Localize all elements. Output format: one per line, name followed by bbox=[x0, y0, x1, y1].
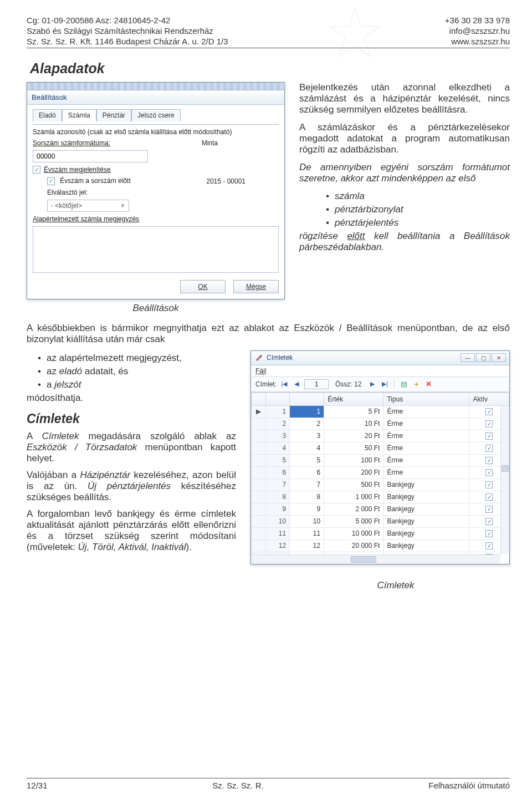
bullet-elado: az eladó adatait, és bbox=[32, 366, 236, 377]
chevron-down-icon: ▼ bbox=[120, 203, 125, 208]
checkbox-active[interactable]: ✓ bbox=[485, 530, 493, 537]
left-p3: A forgalomban levő bankjegy és érme címl… bbox=[27, 508, 236, 553]
table-row[interactable]: 10105 000 FtBankjegy✓ bbox=[252, 515, 509, 527]
nav-last-icon[interactable]: ▶| bbox=[380, 380, 389, 388]
col-ertek[interactable]: Érték bbox=[324, 393, 383, 405]
nav-counter[interactable]: 1 bbox=[304, 379, 329, 389]
tab-elado[interactable]: Eladó bbox=[33, 109, 62, 121]
section-title-cimletek: Címletek bbox=[27, 411, 236, 426]
bullet-penztarbizonylat: pénztárbizonylat bbox=[320, 204, 510, 215]
hdr-right-1: +36 30 28 33 978 bbox=[445, 16, 510, 26]
hint-text: Számla azonosító (csak az első számla ki… bbox=[33, 128, 232, 136]
table-row[interactable]: 3320 FtÉrme✓ bbox=[252, 430, 509, 442]
checkbox-active[interactable]: ✓ bbox=[485, 506, 493, 513]
table-row[interactable]: 111110 000 FtBankjegy✓ bbox=[252, 527, 509, 540]
table-row[interactable]: ▶115 FtÉrme✓ bbox=[252, 405, 509, 418]
table-row[interactable]: 121220 000 FtBankjegy✓ bbox=[252, 540, 509, 552]
col-aktiv[interactable]: Aktív bbox=[469, 393, 509, 405]
tabs: Eladó Számla Pénztár Jelszó csere bbox=[33, 109, 279, 121]
app-icon bbox=[255, 354, 263, 362]
bullet-megjegyzes: az alapértelmezett megjegyzést, bbox=[32, 353, 236, 364]
table-row[interactable]: 4450 FtÉrme✓ bbox=[252, 442, 509, 454]
checkbox-active[interactable]: ✓ bbox=[485, 432, 493, 440]
left-p1: A Címletek megadására szolgáló ablak az … bbox=[27, 431, 236, 464]
maximize-button[interactable]: ▢ bbox=[476, 353, 490, 362]
table-row[interactable]: 66200 FtÉrme✓ bbox=[252, 466, 509, 479]
textarea-megjegyzes[interactable] bbox=[33, 226, 279, 273]
toolbar-label: Címlet: bbox=[255, 380, 277, 388]
page-footer: 12/31 Sz. Sz. Sz. R. Felhasználói útmuta… bbox=[27, 778, 510, 790]
input-sorszam[interactable] bbox=[33, 150, 148, 162]
dialog-titlebar[interactable]: Beállítások bbox=[27, 90, 284, 105]
hdr-left-1: Cg: 01-09-200586 Asz: 24810645-2-42 bbox=[27, 16, 228, 26]
combo-value: - <kötőjel> bbox=[51, 202, 82, 210]
checkbox-evszam[interactable]: ✓ bbox=[33, 166, 40, 174]
col-tipus[interactable]: Tipus bbox=[383, 393, 469, 405]
para-intro-2: A számlázáskor és a pénztár­kezelésekor … bbox=[299, 122, 510, 155]
lbl-evszam: Évszám megjelenítése bbox=[44, 166, 111, 174]
bullet-szamla: számla bbox=[320, 191, 510, 202]
toolbar: Címlet: |◀ ◀ 1 Össz: 12 ▶ ▶| ▤ ＋ ✕ bbox=[251, 377, 509, 392]
footer-left: 12/31 bbox=[27, 781, 48, 790]
lbl-elvalaszto: Elválasztó jel: bbox=[47, 189, 88, 196]
nav-total: Össz: 12 bbox=[335, 380, 361, 388]
vertical-scrollbar[interactable] bbox=[500, 406, 509, 554]
table-row[interactable]: 881 000 FtBankjegy✓ bbox=[252, 491, 509, 503]
checkbox-active[interactable]: ✓ bbox=[485, 445, 493, 452]
close-button[interactable]: ✕ bbox=[492, 353, 506, 362]
dialog-beallitasok: Beállítások Eladó Számla Pénztár Jelszó … bbox=[27, 82, 285, 299]
tab-szamla[interactable]: Számla bbox=[62, 109, 96, 121]
left-p2: Valójában a Házipénztár kezeléséhez, azo… bbox=[27, 470, 236, 503]
hdr-left-3: Sz. Sz. Sz. R. Kft. 1146 Budapest Cházár… bbox=[27, 37, 228, 47]
table-row[interactable]: 55100 FtÉrme✓ bbox=[252, 454, 509, 466]
para-intro-3b: rögzítése előtt kell beállítania a Beáll… bbox=[299, 231, 510, 253]
checkbox-active[interactable]: ✓ bbox=[485, 420, 493, 428]
hdr-left-2: Szabó és Szilágyi Számítástechnikai Rend… bbox=[27, 26, 228, 37]
checkbox-active[interactable]: ✓ bbox=[485, 457, 493, 464]
delete-icon[interactable]: ✕ bbox=[424, 380, 433, 389]
footer-right: Felhasználói útmutató bbox=[428, 781, 510, 790]
hdr-right-2: info@szszszr.hu bbox=[445, 26, 510, 37]
ok-button[interactable]: OK bbox=[180, 280, 226, 293]
table-row[interactable]: 992 000 FtBankjegy✓ bbox=[252, 503, 509, 515]
dialog-blur-stripe bbox=[27, 83, 285, 90]
dialog-title-text: Beállítások bbox=[32, 93, 67, 101]
lbl-megjegyzes: Alapértelmezett számla megjegyzés bbox=[33, 215, 139, 223]
checkbox-active[interactable]: ✓ bbox=[485, 542, 493, 549]
bullet-list-2: az alapértelmezett megjegyzést, az eladó… bbox=[32, 353, 236, 390]
table-row[interactable]: 77500 FtBankjegy✓ bbox=[252, 479, 509, 491]
horizontal-scrollbar[interactable] bbox=[251, 554, 500, 564]
page-header: Cg: 01-09-200586 Asz: 24810645-2-42 Szab… bbox=[27, 16, 510, 48]
menu-bar[interactable]: Fájl bbox=[251, 365, 509, 377]
checkbox-evszam-sorszam[interactable]: ✓ bbox=[47, 177, 55, 185]
tab-jelszo[interactable]: Jelszó csere bbox=[131, 109, 181, 121]
checkbox-active[interactable]: ✓ bbox=[485, 518, 493, 525]
bullet-penztarjelentes: pénztárjelentés bbox=[320, 217, 510, 228]
footer-center: Sz. Sz. Sz. R. bbox=[212, 781, 264, 790]
dialog2-title: Címletek bbox=[267, 354, 293, 362]
section-title-alapadatok: Alapadatok bbox=[30, 60, 510, 77]
minimize-button[interactable]: — bbox=[461, 353, 475, 362]
combo-elvalaszto[interactable]: - <kötőjel> ▼ bbox=[47, 200, 129, 212]
caption-beallitasok: Beállítások bbox=[27, 303, 285, 314]
checkbox-active[interactable]: ✓ bbox=[485, 408, 493, 415]
bullet-jelszo: a jelszót bbox=[32, 379, 236, 390]
checkbox-active[interactable]: ✓ bbox=[485, 469, 493, 476]
mid-tail: módosíthatja. bbox=[27, 393, 236, 404]
nav-next-icon[interactable]: ▶ bbox=[368, 380, 377, 388]
dialog2-titlebar[interactable]: Címletek — ▢ ✕ bbox=[251, 351, 509, 365]
table-row[interactable]: 2210 FtÉrme✓ bbox=[252, 418, 509, 430]
checkbox-active[interactable]: ✓ bbox=[485, 493, 493, 501]
checkbox-active[interactable]: ✓ bbox=[485, 481, 493, 488]
cancel-button[interactable]: Mégse bbox=[233, 280, 279, 293]
nav-prev-icon[interactable]: ◀ bbox=[292, 380, 301, 388]
nav-first-icon[interactable]: |◀ bbox=[280, 380, 289, 388]
data-grid[interactable]: Érték Tipus Aktív ▶115 FtÉrme✓2210 FtÉrm… bbox=[251, 393, 509, 564]
add-icon[interactable]: ＋ bbox=[412, 380, 421, 389]
para-intro-3a: De amennyiben egyéni sorszám formátumot … bbox=[299, 162, 510, 184]
new-page-icon[interactable]: ▤ bbox=[400, 380, 408, 389]
bullet-list-1: számla pénztárbizonylat pénztárjelentés bbox=[320, 191, 510, 228]
tab-penztar[interactable]: Pénztár bbox=[96, 109, 131, 121]
lbl-minta: Minta bbox=[202, 139, 218, 147]
lbl-evszam-sorszam: Évszám a sorszám előtt bbox=[60, 177, 130, 185]
